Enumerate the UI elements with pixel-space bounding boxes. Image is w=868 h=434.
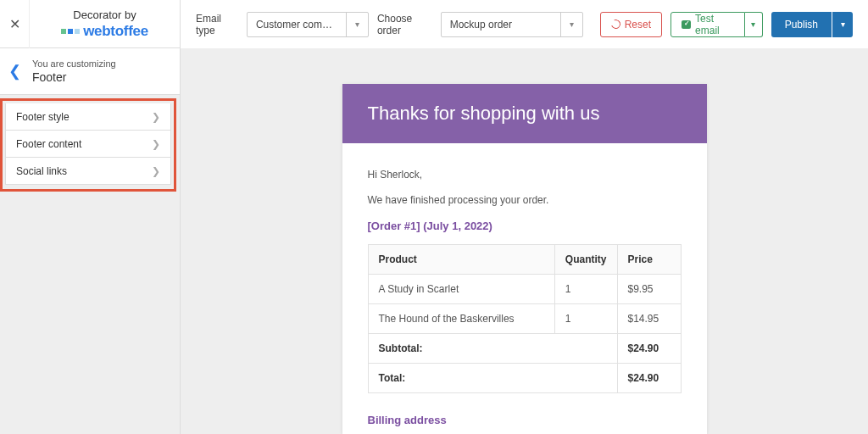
email-type-dropdown[interactable]: Customer completed or… ▾	[247, 12, 369, 37]
publish-label: Publish	[785, 19, 818, 31]
sidebar: ✕ Decorator by webtoffee ❮ You are custo…	[0, 0, 181, 434]
table-row: The Hound of the Baskervilles 1 $14.95	[368, 304, 681, 334]
table-row: A Study in Scarlet 1 $9.95	[368, 275, 681, 304]
chevron-right-icon: ❯	[152, 111, 160, 123]
email-preview: Thanks for shopping with us Hi Sherlock,…	[342, 84, 707, 434]
topbar: Email type Customer completed or… ▾ Choo…	[181, 0, 868, 48]
sidebar-header: ✕ Decorator by webtoffee	[0, 0, 180, 48]
summary-row-subtotal: Subtotal: $24.90	[368, 334, 681, 364]
th-product: Product	[368, 245, 554, 275]
close-icon[interactable]: ✕	[0, 0, 30, 48]
th-quantity: Quantity	[554, 245, 617, 275]
test-email-button[interactable]: Test email	[670, 12, 745, 37]
summary-label: Subtotal:	[368, 334, 617, 364]
back-icon[interactable]: ❮	[8, 62, 32, 81]
email-title: Thanks for shopping with us	[368, 103, 600, 125]
option-label: Footer style	[16, 111, 70, 123]
main: Email type Customer completed or… ▾ Choo…	[181, 0, 868, 434]
publish-caret[interactable]: ▾	[832, 12, 853, 37]
breadcrumb-title: Footer	[32, 70, 116, 84]
breadcrumb-label: You are customizing	[32, 58, 116, 69]
cell-qty: 1	[554, 275, 617, 304]
email-type-label: Email type	[196, 13, 238, 36]
chevron-down-icon[interactable]: ▾	[560, 12, 582, 37]
option-social-links[interactable]: Social links ❯	[5, 158, 171, 185]
breadcrumb-text: You are customizing Footer	[32, 58, 116, 84]
email-type-value: Customer completed or…	[248, 19, 346, 31]
cell-product: A Study in Scarlet	[368, 275, 554, 304]
cell-price: $14.95	[617, 304, 681, 334]
reset-label: Reset	[625, 19, 651, 31]
choose-order-value: Mockup order	[442, 19, 560, 31]
email-greeting: Hi Sherlock,	[368, 169, 682, 181]
chevron-right-icon: ❯	[152, 138, 160, 150]
summary-value: $24.90	[617, 334, 681, 364]
chevron-down-icon[interactable]: ▾	[346, 12, 368, 37]
brand-top: Decorator by	[30, 8, 180, 21]
choose-order-label: Choose order	[377, 13, 432, 36]
publish-group: Publish ▾	[771, 12, 853, 37]
email-processing: We have finished processing your order.	[368, 194, 682, 206]
summary-value: $24.90	[617, 364, 681, 393]
test-email-group: Test email ▾	[670, 12, 763, 37]
cell-qty: 1	[554, 304, 617, 334]
order-table: Product Quantity Price A Study in Scarle…	[368, 244, 682, 393]
preview-canvas: Thanks for shopping with us Hi Sherlock,…	[181, 48, 868, 434]
test-email-label: Test email	[695, 13, 734, 36]
brand-logo: webtoffee	[30, 23, 180, 40]
reset-icon	[609, 18, 622, 31]
app-root: ✕ Decorator by webtoffee ❮ You are custo…	[0, 0, 868, 434]
summary-label: Total:	[368, 364, 617, 393]
cell-price: $9.95	[617, 275, 681, 304]
chevron-right-icon: ❯	[152, 165, 160, 177]
publish-button[interactable]: Publish	[771, 12, 832, 37]
option-footer-style[interactable]: Footer style ❯	[5, 103, 171, 131]
table-header-row: Product Quantity Price	[368, 245, 681, 275]
email-body: Hi Sherlock, We have finished processing…	[342, 143, 707, 434]
cell-product: The Hound of the Baskervilles	[368, 304, 554, 334]
option-footer-content[interactable]: Footer content ❯	[5, 131, 171, 158]
choose-order-dropdown[interactable]: Mockup order ▾	[441, 12, 583, 37]
test-email-caret[interactable]: ▾	[745, 12, 763, 37]
option-label: Footer content	[16, 138, 81, 150]
option-label: Social links	[16, 165, 67, 177]
logo-squares-icon	[61, 29, 80, 34]
email-header: Thanks for shopping with us	[342, 84, 707, 143]
breadcrumb: ❮ You are customizing Footer	[0, 48, 180, 95]
order-link: [Order #1] (July 1, 2022)	[368, 220, 682, 232]
summary-row-total: Total: $24.90	[368, 364, 681, 393]
th-price: Price	[617, 245, 681, 275]
brand: Decorator by webtoffee	[30, 3, 180, 45]
options-highlight: Footer style ❯ Footer content ❯ Social l…	[0, 98, 176, 192]
billing-heading: Billing address	[368, 414, 682, 426]
brand-name: webtoffee	[83, 23, 148, 40]
reset-button[interactable]: Reset	[600, 12, 662, 37]
mail-check-icon	[682, 20, 691, 29]
